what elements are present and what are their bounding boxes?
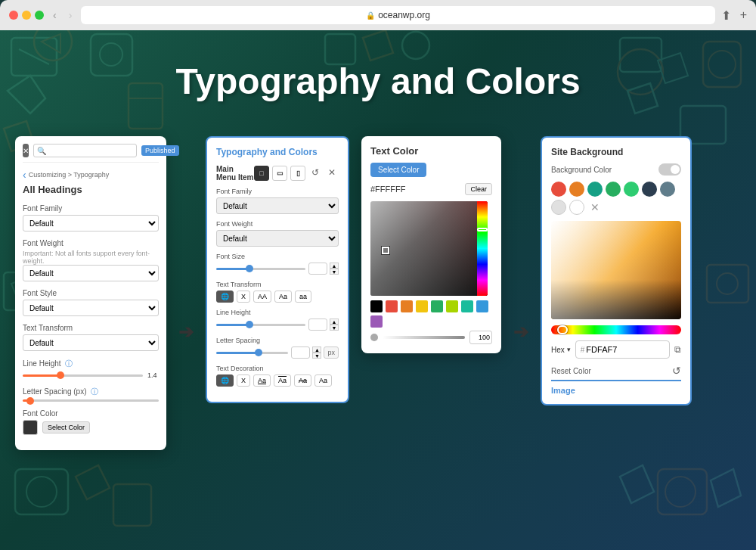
typo-font-family-select[interactable]: Default (216, 197, 339, 214)
decoration-none-btn[interactable]: X (237, 374, 250, 387)
decoration-line-through-btn[interactable]: Aa (294, 374, 311, 387)
svg-point-21 (402, 32, 429, 59)
font-size-decrement[interactable]: ▼ (330, 269, 339, 275)
address-bar[interactable]: 🔒 oceanwp.org (81, 6, 714, 24)
new-tab-icon[interactable]: + (740, 8, 747, 23)
customizer-close-btn[interactable]: ✕ (23, 144, 29, 157)
text-transform-select[interactable]: Default (23, 334, 159, 351)
decoration-globe-btn[interactable]: 🌐 (216, 374, 234, 387)
transform-capitalize-btn[interactable]: Aa (274, 291, 292, 303)
site-swatch-green[interactable] (606, 182, 621, 197)
font-family-select[interactable]: Default (23, 215, 159, 231)
bg-color-toggle[interactable] (658, 163, 681, 176)
line-height-label: Line Height ⓘ (23, 359, 159, 369)
letter-spacing-slider-row: ▲ ▼ px (216, 346, 339, 359)
line-height-stepper: ▲ ▼ (330, 319, 339, 331)
swatch-red[interactable] (386, 300, 398, 312)
site-swatch-teal[interactable] (587, 182, 603, 197)
select-color-button[interactable]: Select Color (42, 421, 90, 433)
site-swatch-light-green[interactable] (624, 182, 639, 197)
text-transform-label: Text Transform (23, 324, 159, 332)
typo-font-weight-label: Font Weight (216, 220, 339, 228)
line-height-decrement[interactable]: ▼ (330, 325, 339, 331)
swatch-orange[interactable] (401, 300, 413, 312)
reset-color-row: Reset Color ↺ (551, 365, 681, 377)
reset-color-btn[interactable]: Reset Color (551, 367, 591, 375)
page-title: Typography and Colors (0, 61, 756, 102)
site-swatch-dark-blue[interactable] (660, 182, 675, 197)
reset-icon[interactable]: ↺ (308, 166, 322, 179)
transform-lowercase-btn[interactable]: aa (295, 291, 311, 303)
transform-options-row: 🌐 X AA Aa aa (216, 291, 339, 303)
share-icon[interactable]: ⬆ (721, 8, 731, 23)
site-swatch-orange[interactable] (569, 182, 584, 197)
decoration-overline-btn[interactable]: Aa (274, 374, 291, 387)
letter-spacing-input[interactable] (291, 346, 310, 359)
font-style-select[interactable]: Default (23, 300, 159, 316)
minimize-button[interactable] (22, 11, 31, 20)
font-size-input[interactable] (308, 263, 327, 275)
line-height-thumb (57, 371, 64, 379)
typo-font-weight-select[interactable]: Default (216, 230, 339, 247)
image-section-label: Image (551, 380, 681, 395)
decoration-blink-btn[interactable]: Aa (314, 374, 332, 387)
opacity-input[interactable] (469, 331, 492, 344)
copy-hex-icon[interactable]: ⧉ (674, 344, 681, 355)
site-swatch-light-gray[interactable] (551, 200, 566, 215)
font-size-increment[interactable]: ▲ (330, 263, 339, 269)
site-hue-bar[interactable] (551, 325, 681, 334)
site-swatch-dark[interactable] (642, 182, 657, 197)
line-height-value: 1.4 (147, 371, 159, 379)
decoration-underline-btn[interactable]: Aa (253, 374, 271, 387)
transform-globe-btn[interactable]: 🌐 (216, 291, 234, 303)
clear-color-btn[interactable]: Clear (465, 183, 492, 195)
customizer-search-input[interactable] (33, 144, 137, 157)
refresh-icon[interactable]: ↺ (672, 365, 681, 377)
line-height-slider[interactable] (23, 374, 143, 377)
typo-letter-spacing-field: Letter Spacing ▲ ▼ px (216, 337, 339, 359)
picker-cursor (382, 247, 389, 254)
swatch-yellow[interactable] (416, 300, 428, 312)
maximize-button[interactable] (35, 11, 44, 20)
letter-spacing-slider-row (23, 399, 159, 402)
font-weight-label: Font Weight (23, 239, 159, 247)
close-icon[interactable]: ✕ (325, 166, 339, 179)
swatch-lime[interactable] (446, 300, 458, 312)
browser-chrome: ‹ › 🔒 oceanwp.org ⬆ + (0, 0, 756, 30)
font-weight-field: Font Weight Important: Not all fonts sup… (23, 239, 159, 281)
letter-spacing-decrement[interactable]: ▼ (312, 353, 321, 359)
back-arrow-icon[interactable]: ‹ (53, 9, 57, 21)
typo-line-height-slider[interactable] (216, 324, 305, 326)
swatch-purple[interactable] (370, 315, 383, 328)
swatches-close-btn[interactable]: ✕ (590, 201, 600, 213)
transform-none-btn[interactable]: X (237, 291, 250, 303)
line-height-increment[interactable]: ▲ (330, 319, 339, 325)
site-swatch-white[interactable] (569, 200, 584, 215)
device-mobile-icon[interactable]: ▯ (290, 166, 305, 181)
hex-row: Hex ▾ # FDFAF7 ⧉ (551, 340, 681, 359)
transform-uppercase-btn[interactable]: AA (253, 291, 271, 303)
close-button[interactable] (9, 11, 18, 20)
hue-bar[interactable] (477, 201, 488, 296)
device-tablet-icon[interactable]: ▭ (272, 166, 287, 181)
color-picker-area[interactable] (370, 201, 488, 296)
text-transform-field: Text Transform Default (23, 324, 159, 351)
site-bg-color-picker[interactable] (551, 221, 681, 319)
select-color-btn[interactable]: Select Color (370, 163, 426, 177)
site-swatch-red[interactable] (551, 182, 566, 197)
line-height-input[interactable] (308, 319, 327, 331)
swatch-green[interactable] (431, 300, 443, 312)
font-weight-select[interactable]: Default (23, 265, 159, 281)
font-size-slider[interactable] (216, 268, 305, 270)
letter-spacing-slider[interactable] (23, 399, 159, 402)
swatch-black[interactable] (370, 300, 383, 312)
swatch-blue[interactable] (476, 300, 488, 312)
typo-letter-spacing-slider[interactable] (216, 352, 288, 354)
letter-spacing-increment[interactable]: ▲ (312, 346, 321, 353)
opacity-slider[interactable] (383, 336, 465, 339)
back-button[interactable]: ‹ (23, 169, 26, 181)
swatch-teal[interactable] (461, 300, 473, 312)
hue-bar-inner (551, 325, 681, 334)
hex-input-display[interactable]: # FDFAF7 (575, 340, 670, 359)
device-desktop-icon[interactable]: □ (254, 166, 269, 181)
